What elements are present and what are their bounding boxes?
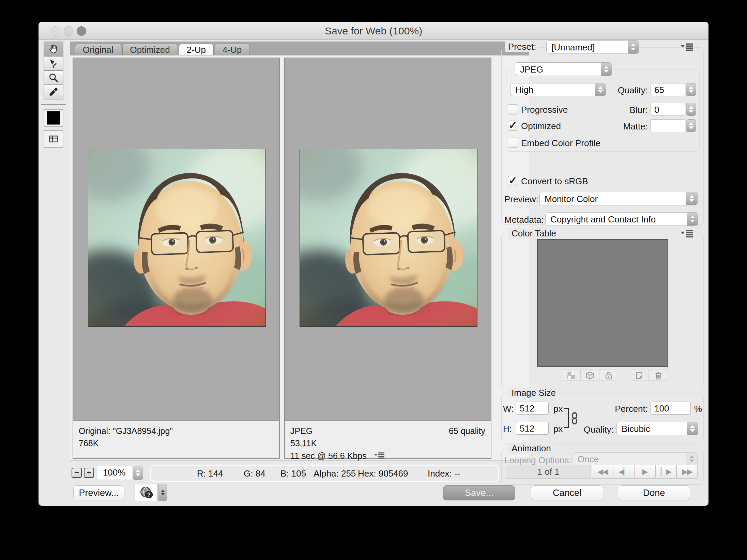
format-dropdown[interactable]: JPEG [515, 62, 612, 76]
eyedropper-color-swatch[interactable] [44, 109, 63, 127]
preview-in-browser-button[interactable]: Preview... [73, 485, 124, 500]
trash-icon [654, 371, 663, 380]
matte-stepper[interactable] [686, 119, 696, 132]
zoom-level-field[interactable]: 100% [96, 466, 132, 480]
image-size-title: Image Size [508, 388, 559, 398]
transparency-button[interactable] [562, 370, 581, 381]
looping-options-dropdown[interactable]: Once [573, 452, 698, 465]
preview-dropdown[interactable]: Monitor Color [539, 192, 698, 205]
blur-field[interactable]: 0 [651, 103, 685, 116]
compression-dropdown[interactable]: High [510, 83, 606, 96]
zoom-stepper[interactable] [133, 466, 143, 480]
cancel-button[interactable]: Cancel [531, 485, 603, 500]
window-title: Save for Web (100%) [39, 25, 708, 37]
width-label: W: [503, 404, 514, 414]
toggle-slices-visibility-button[interactable] [44, 130, 63, 148]
title-bar: Save for Web (100%) [39, 22, 708, 40]
dimension-link-bracket [564, 408, 569, 428]
browser-select-stepper[interactable] [158, 484, 167, 501]
preset-dropdown[interactable]: [Unnamed] [546, 40, 639, 54]
metadata-dropdown[interactable]: Copyright and Contact Info [545, 212, 698, 226]
save-button[interactable]: Save... [443, 485, 515, 500]
optimized-quality: 65 quality [449, 425, 485, 437]
height-field[interactable]: 512 [516, 422, 549, 435]
zoom-tool-button[interactable] [44, 70, 63, 85]
quality-label: Quality: [604, 85, 648, 96]
color-table-menu-icon[interactable] [681, 230, 694, 238]
convert-srgb-label: Convert to sRGB [521, 176, 588, 187]
optimized-rate: 11 sec @ 56.6 Kbps [290, 451, 367, 461]
preset-label: Preset: [505, 42, 539, 52]
new-swatch-icon [635, 371, 644, 380]
svg-text:?: ? [147, 492, 151, 498]
globe-icon: ? [139, 485, 153, 500]
play-button[interactable]: ▶ [634, 465, 655, 479]
previous-frame-button[interactable]: ◀▏ [613, 465, 634, 479]
index-readout: Index: -- [428, 468, 460, 479]
slice-select-tool-button[interactable] [44, 56, 63, 71]
convert-srgb-checkbox[interactable]: ✓ [508, 176, 518, 186]
progressive-label: Progressive [521, 105, 568, 115]
tab-2up[interactable]: 2-Up [179, 44, 214, 56]
green-readout: G: 84 [244, 468, 265, 479]
preset-menu-icon[interactable] [681, 43, 694, 51]
next-frame-button[interactable]: ▏▶ [655, 465, 676, 479]
done-button[interactable]: Done [618, 485, 690, 500]
eyedropper-tool-button[interactable] [44, 84, 63, 99]
stepper-icon [687, 422, 698, 435]
web-shift-button[interactable] [580, 370, 599, 381]
new-color-button[interactable] [630, 370, 649, 381]
zoom-out-button[interactable]: − [72, 468, 82, 478]
color-readout-box: R: 144 G: 84 B: 105 Alpha: 255 Hex: 9054… [150, 465, 499, 482]
tab-original[interactable]: Original [75, 44, 121, 56]
red-readout: R: 144 [197, 468, 223, 479]
delete-color-button[interactable] [649, 370, 668, 381]
browser-select-button[interactable]: ? [135, 484, 158, 501]
original-image[interactable] [88, 149, 266, 327]
first-frame-button[interactable]: ◀◀ [592, 465, 613, 479]
hex-readout: Hex: 905469 [358, 468, 408, 479]
magnifier-icon [48, 72, 59, 83]
resample-quality-dropdown[interactable]: Bicubic [616, 422, 698, 435]
matte-label: Matte: [604, 121, 648, 132]
stepper-icon [601, 63, 612, 76]
width-unit: px [553, 404, 563, 414]
height-unit: px [553, 424, 563, 434]
percent-unit: % [694, 404, 702, 414]
tab-4up[interactable]: 4-Up [215, 44, 249, 56]
cube-icon [585, 371, 594, 380]
zoom-in-button[interactable]: + [84, 468, 94, 478]
matte-field[interactable] [651, 119, 685, 132]
original-filename: Original: "GJ3A8954.jpg" [79, 425, 274, 437]
looping-options-label: Looping Options: [504, 455, 571, 466]
blur-stepper[interactable] [686, 103, 696, 116]
lock-color-button[interactable] [599, 370, 618, 381]
width-field[interactable]: 512 [516, 402, 549, 415]
stepper-icon [686, 453, 697, 465]
preview-row-label: Preview: [504, 194, 538, 205]
link-chain-icon[interactable] [571, 412, 578, 424]
hand-icon [48, 44, 59, 55]
percent-field[interactable]: 100 [651, 402, 691, 415]
last-frame-button[interactable]: ▶▶ [676, 465, 698, 479]
download-rate-menu-icon[interactable] [374, 452, 385, 459]
preview-tab-bar: OriginalOptimized2-Up4-Up [70, 42, 529, 55]
height-label: H: [503, 424, 512, 434]
toolbar-divider [41, 104, 66, 105]
current-color-icon [47, 111, 60, 125]
preview-canvas: Original: "GJ3A8954.jpg" 768K JPEG 65 qu… [70, 55, 529, 461]
quality-stepper[interactable] [686, 83, 696, 96]
progressive-checkbox[interactable] [508, 104, 518, 114]
optimized-image[interactable] [300, 149, 477, 327]
optimized-checkbox[interactable]: ✓ [508, 121, 518, 131]
embed-color-profile-checkbox[interactable] [508, 138, 518, 148]
tab-optimized[interactable]: Optimized [122, 44, 178, 56]
stepper-icon [687, 213, 698, 225]
lock-icon [604, 371, 613, 380]
stepper-icon [686, 192, 697, 205]
original-pane[interactable]: Original: "GJ3A8954.jpg" 768K [73, 58, 280, 459]
resample-quality-label: Quality: [570, 424, 614, 435]
optimized-pane[interactable]: JPEG 65 quality 53.11K 11 sec @ 56.6 Kbp… [284, 58, 491, 459]
hand-tool-button[interactable] [44, 42, 63, 57]
quality-field[interactable]: 65 [651, 83, 685, 96]
